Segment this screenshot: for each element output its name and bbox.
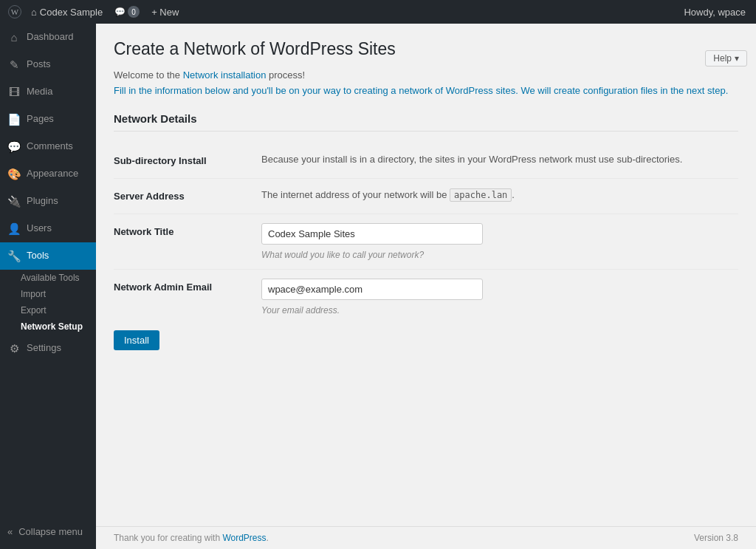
sidebar-item-network-setup[interactable]: Network Setup [0, 318, 96, 335]
server-address-pre: The internet address of your network wil… [261, 189, 450, 200]
sidebar-item-tools[interactable]: 🔧 Tools [0, 242, 96, 270]
appearance-icon: 🎨 [7, 166, 21, 182]
help-arrow-icon: ▾ [735, 53, 739, 64]
admin-email-field-cell: Your email address. [261, 270, 738, 325]
sidebar-item-media[interactable]: 🎞 Media [0, 78, 96, 106]
network-install-link[interactable]: Network installation [183, 69, 267, 81]
sidebar-item-available-tools[interactable]: Available Tools [0, 270, 96, 286]
comments-icon: 💬 [7, 139, 21, 154]
sidebar-label-settings: Settings [27, 341, 61, 355]
available-tools-label: Available Tools [21, 273, 80, 283]
sidebar-item-dashboard[interactable]: ⌂ Dashboard [0, 24, 96, 51]
network-title-label: Network Title [114, 214, 261, 270]
sidebar-item-settings[interactable]: ⚙ Settings [0, 335, 96, 362]
main-layout: ⌂ Dashboard ✎ Posts 🎞 Media 📄 Pages 💬 Co… [0, 24, 756, 549]
help-button[interactable]: Help ▾ [705, 50, 747, 67]
footer-pre: Thank you for creating with [114, 533, 222, 543]
home-icon: ⌂ [31, 7, 37, 18]
export-label: Export [21, 305, 47, 316]
admin-email-hint: Your email address. [261, 305, 340, 316]
content-footer: Thank you for creating with WordPress. V… [96, 526, 756, 549]
collapse-menu-button[interactable]: « Collapse menu [0, 520, 96, 543]
subdir-description: Because your install is in a directory, … [261, 154, 682, 165]
network-details-table: Sub-directory Install Because your insta… [114, 143, 738, 324]
content-inner: Create a Network of WordPress Sites Welc… [96, 24, 756, 526]
site-name-label: Codex Sample [40, 7, 103, 18]
sidebar-label-appearance: Appearance [27, 167, 78, 180]
server-address-code: apache.lan [450, 188, 512, 202]
server-address-post: . [512, 189, 515, 200]
plugins-icon: 🔌 [7, 194, 21, 209]
footer-thank-you: Thank you for creating with WordPress. [114, 533, 269, 543]
comment-count: 0 [128, 6, 140, 18]
posts-icon: ✎ [7, 57, 21, 72]
new-label: + New [151, 7, 179, 18]
dashboard-icon: ⌂ [7, 30, 21, 45]
subdir-row: Sub-directory Install Because your insta… [114, 143, 738, 179]
sidebar-item-comments[interactable]: 💬 Comments [0, 133, 96, 160]
sidebar-item-import[interactable]: Import [0, 286, 96, 302]
intro-line2: Fill in the information below and you'll… [114, 83, 738, 98]
wordpress-link[interactable]: WordPress [222, 533, 266, 543]
comments-bar[interactable]: 💬 0 [109, 6, 145, 18]
sidebar-item-pages[interactable]: 📄 Pages [0, 106, 96, 133]
admin-email-label: Network Admin Email [114, 270, 261, 325]
import-label: Import [21, 289, 46, 299]
users-icon: 👤 [7, 221, 21, 236]
content-area: Help ▾ Create a Network of WordPress Sit… [96, 24, 756, 549]
sidebar: ⌂ Dashboard ✎ Posts 🎞 Media 📄 Pages 💬 Co… [0, 24, 96, 549]
sidebar-item-plugins[interactable]: 🔌 Plugins [0, 188, 96, 215]
sidebar-label-media: Media [27, 85, 52, 98]
network-setup-label: Network Setup [21, 321, 83, 332]
server-address-value: The internet address of your network wil… [261, 179, 738, 214]
sidebar-item-posts[interactable]: ✎ Posts [0, 51, 96, 78]
sidebar-label-posts: Posts [27, 58, 51, 71]
network-title-hint: What would you like to call your network… [261, 250, 424, 260]
admin-bar: W ⌂ Codex Sample 💬 0 + New Howdy, wpace [0, 0, 756, 24]
install-button[interactable]: Install [114, 330, 159, 350]
howdy-text: Howdy, wpace [684, 7, 746, 18]
sidebar-label-comments: Comments [27, 140, 73, 153]
intro-line1: Welcome to the Network installation proc… [114, 69, 738, 81]
admin-email-row: Network Admin Email Your email address. [114, 270, 738, 325]
subdir-desc: Because your install is in a directory, … [261, 143, 738, 179]
sidebar-item-users[interactable]: 👤 Users [0, 215, 96, 242]
network-title-field-cell: What would you like to call your network… [261, 214, 738, 270]
intro-post: process! [266, 69, 305, 81]
comment-icon: 💬 [114, 7, 126, 17]
sidebar-label-dashboard: Dashboard [27, 30, 74, 44]
network-title-input[interactable] [261, 223, 483, 245]
howdy-bar[interactable]: Howdy, wpace [678, 7, 752, 18]
settings-icon: ⚙ [7, 341, 21, 356]
tools-icon: 🔧 [7, 248, 21, 264]
admin-email-input[interactable] [261, 279, 483, 300]
collapse-icon: « [7, 526, 13, 537]
site-name-bar[interactable]: ⌂ Codex Sample [25, 7, 109, 18]
sidebar-item-appearance[interactable]: 🎨 Appearance [0, 160, 96, 188]
sidebar-label-users: Users [27, 222, 52, 235]
network-title-row: Network Title What would you like to cal… [114, 214, 738, 270]
intro-pre: Welcome to the [114, 69, 183, 81]
server-address-desc: The internet address of your network wil… [261, 189, 515, 200]
help-label: Help [713, 53, 732, 64]
server-address-row: Server Address The internet address of y… [114, 179, 738, 214]
page-title: Create a Network of WordPress Sites [114, 38, 738, 61]
pages-icon: 📄 [7, 112, 21, 127]
media-icon: 🎞 [7, 84, 21, 100]
wp-logo[interactable]: W [4, 0, 25, 24]
svg-text:W: W [11, 7, 19, 16]
footer-version: Version 3.8 [694, 533, 738, 543]
sidebar-item-export[interactable]: Export [0, 302, 96, 318]
sidebar-label-pages: Pages [27, 112, 54, 126]
subdir-label: Sub-directory Install [114, 143, 261, 179]
section-title: Network Details [114, 112, 738, 132]
footer-post: . [267, 533, 269, 543]
new-item-bar[interactable]: + New [145, 7, 185, 18]
server-address-label: Server Address [114, 179, 261, 214]
collapse-label: Collapse menu [18, 526, 83, 537]
sidebar-label-tools: Tools [27, 249, 49, 262]
sidebar-label-plugins: Plugins [27, 194, 58, 208]
